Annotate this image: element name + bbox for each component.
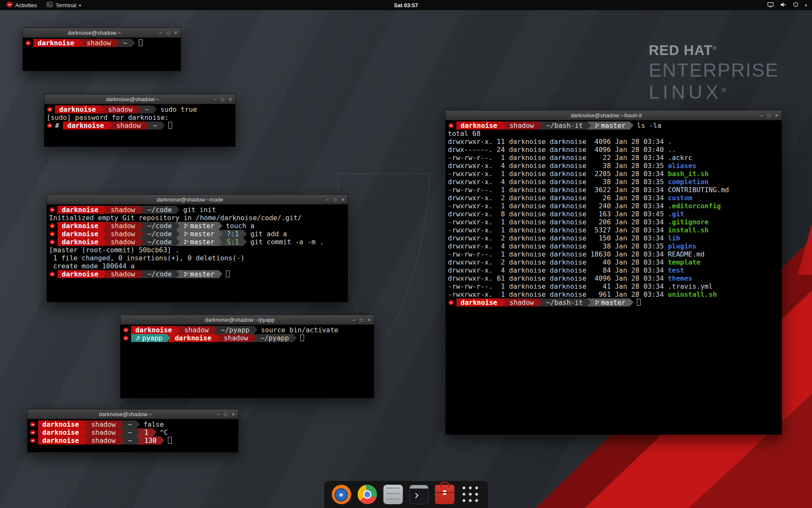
window-title: darknoise@shadow:~ bbox=[63, 96, 201, 102]
prompt-segment-path: ~/bash-it bbox=[542, 298, 587, 306]
file-meta: drwxrwxr-x. 4 darknoise darknoise 38 Jan… bbox=[448, 178, 668, 186]
prompt-segment-path: ~/code bbox=[143, 230, 176, 238]
terminal-content[interactable]: darknoiseshadow~/pyappsource bin/activat… bbox=[121, 325, 374, 343]
close-button[interactable]: × bbox=[229, 97, 232, 102]
file-meta: drwxrwxr-x. 4 darknoise darknoise 84 Jan… bbox=[448, 266, 668, 274]
chrome-icon[interactable] bbox=[358, 485, 377, 504]
minimize-button[interactable]: − bbox=[214, 97, 217, 102]
powerline-separator-icon bbox=[145, 121, 149, 130]
terminal-content[interactable]: darknoiseshadow~/codegit initInitialized… bbox=[47, 204, 348, 279]
redhat-prompt-icon bbox=[49, 238, 55, 246]
powerline-separator-icon bbox=[213, 326, 217, 334]
file-name: bash_it.sh bbox=[668, 170, 708, 178]
minimize-button[interactable]: − bbox=[326, 197, 329, 202]
close-button[interactable]: × bbox=[368, 318, 370, 323]
minimize-button[interactable]: − bbox=[159, 30, 162, 36]
redhat-prompt-icon bbox=[49, 230, 55, 238]
close-button[interactable]: × bbox=[174, 30, 177, 36]
files-icon[interactable] bbox=[384, 485, 403, 504]
powerline-separator-icon bbox=[161, 436, 165, 444]
file-name: aliases bbox=[668, 162, 696, 170]
titlebar[interactable]: darknoise@shadow:~/pyapp − □ × bbox=[121, 315, 374, 325]
file-name: .ackrc bbox=[668, 154, 692, 162]
powerline-separator-icon bbox=[176, 326, 180, 334]
file-name: custom bbox=[668, 194, 692, 202]
maximize-button[interactable]: □ bbox=[334, 197, 337, 202]
redhat-prompt-icon bbox=[47, 105, 52, 113]
powerline-separator-icon bbox=[254, 326, 258, 334]
titlebar[interactable]: darknoise@shadow:~/bash-it − □ × bbox=[446, 110, 782, 120]
powerline-separator-icon bbox=[587, 121, 591, 130]
prompt-line: darknoiseshadow~/codemaster?:1git add a bbox=[49, 230, 346, 238]
powerline-separator-icon bbox=[83, 420, 87, 428]
powerline-separator-icon bbox=[108, 121, 112, 130]
display-icon[interactable] bbox=[767, 2, 774, 9]
prompt-segment-path: ~ bbox=[124, 428, 137, 436]
terminal-content[interactable]: darknoiseshadow~falsedarknoiseshadow~1^C… bbox=[27, 419, 238, 446]
prompt-segment-path: ~/code bbox=[143, 238, 176, 246]
file-name: .. bbox=[668, 146, 676, 154]
prompt-segment-git: master bbox=[180, 230, 219, 238]
file-meta: drwxrwxr-x. 61 darknoise darknoise 4096 … bbox=[448, 274, 668, 282]
titlebar[interactable]: darknoise@shadow:~ − □ × bbox=[44, 94, 235, 104]
file-meta: drwxrwxr-x. 2 darknoise darknoise 40 Jan… bbox=[448, 258, 668, 266]
maximize-button[interactable]: □ bbox=[224, 412, 227, 417]
output-line: Initialized empty Git repository in /hom… bbox=[49, 214, 346, 222]
prompt-segment-host: shadow bbox=[219, 334, 252, 342]
toolbox-icon[interactable] bbox=[435, 485, 455, 504]
minimize-button[interactable]: − bbox=[760, 113, 763, 118]
file-meta: -rwxrwxr-x. 1 darknoise darknoise 961 Ja… bbox=[448, 290, 668, 298]
power-icon[interactable] bbox=[793, 1, 799, 9]
file-name: themes bbox=[668, 274, 692, 282]
terminal-content[interactable]: darknoiseshadow~/bash-itmasterls -latota… bbox=[446, 120, 782, 308]
prompt-segment-git: master bbox=[591, 121, 630, 130]
titlebar[interactable]: darknoise@shadow:~ − □ × bbox=[27, 409, 238, 419]
terminal-cursor bbox=[226, 271, 230, 277]
file-meta: drwxrwxr-x. 2 darknoise darknoise 26 Jan… bbox=[448, 194, 668, 202]
titlebar[interactable]: darknoise@shadow:~ − □ × bbox=[23, 28, 181, 38]
prompt-segment-user: darknoise bbox=[131, 326, 176, 334]
maximize-button[interactable]: □ bbox=[167, 30, 170, 36]
chevron-down-icon: ▾ bbox=[79, 3, 81, 8]
file-meta: -rwxrwxr-x. 1 darknoise darknoise 5327 J… bbox=[448, 226, 668, 234]
app-menu[interactable]: Terminal ▾ bbox=[47, 2, 81, 8]
titlebar[interactable]: darknoise@shadow:~/code − □ × bbox=[47, 195, 348, 204]
volume-icon[interactable] bbox=[780, 2, 787, 9]
close-button[interactable]: × bbox=[341, 197, 344, 202]
terminal-window-pyapp: darknoise@shadow:~/pyapp − □ × darknoise… bbox=[120, 315, 374, 398]
window-title: darknoise@shadow:~ bbox=[47, 411, 204, 417]
maximize-button[interactable]: □ bbox=[360, 318, 363, 323]
close-button[interactable]: × bbox=[775, 113, 778, 118]
close-button[interactable]: × bbox=[232, 412, 235, 417]
activities-button[interactable]: Activities bbox=[3, 0, 40, 10]
minimize-button[interactable]: − bbox=[217, 412, 219, 417]
terminal-content[interactable]: darknoiseshadow~ bbox=[23, 38, 181, 48]
redhat-prompt-icon bbox=[47, 121, 52, 130]
powerline-separator-icon bbox=[219, 238, 222, 246]
powerline-separator-icon bbox=[136, 436, 140, 444]
prompt-segment-host: shadow bbox=[112, 121, 145, 130]
prompt-segment-git: master bbox=[180, 238, 219, 246]
prompt-segment-user: darknoise bbox=[58, 230, 103, 238]
prompt-line: darknoiseshadow~ bbox=[25, 39, 178, 47]
chevron-down-icon[interactable]: ▾ bbox=[805, 3, 807, 8]
minimize-button[interactable]: − bbox=[352, 318, 355, 323]
powerline-separator-icon bbox=[120, 420, 124, 428]
terminal-icon[interactable] bbox=[409, 485, 429, 504]
maximize-button[interactable]: □ bbox=[768, 113, 771, 118]
maximize-button[interactable]: □ bbox=[221, 97, 224, 102]
redhat-prompt-icon bbox=[49, 222, 55, 230]
firefox-icon[interactable] bbox=[332, 485, 351, 504]
terminal-content[interactable]: darknoiseshadow~sudo true[sudo] password… bbox=[44, 104, 235, 131]
powerline-separator-icon bbox=[243, 238, 247, 246]
app-grid-icon[interactable] bbox=[461, 485, 480, 504]
command-text: git add a bbox=[250, 230, 287, 238]
prompt-line: darknoiseshadow~/codegit init bbox=[49, 206, 346, 214]
redhat-logo-icon bbox=[6, 1, 13, 9]
output-line: -rwxrwxr-x. 1 darknoise darknoise 961 Ja… bbox=[448, 290, 779, 298]
terminal-window-bash-it: darknoise@shadow:~/bash-it − □ × darknoi… bbox=[445, 110, 782, 435]
prompt-segment-path: ~ bbox=[124, 420, 137, 428]
terminal-window-sudo: darknoise@shadow:~ − □ × darknoiseshadow… bbox=[44, 94, 236, 147]
powerline-separator-icon bbox=[103, 206, 107, 214]
prompt-line: darknoiseshadow~/bash-itmasterls -la bbox=[448, 121, 779, 130]
